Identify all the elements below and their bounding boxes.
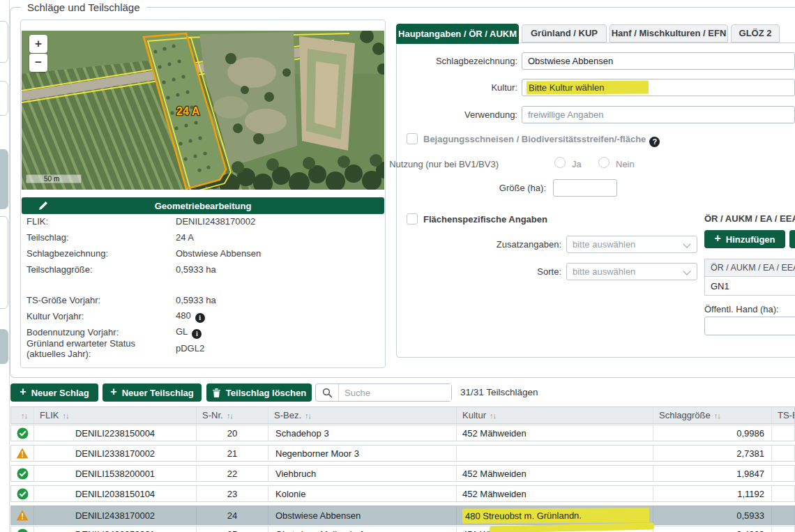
schlagbezeichnung-label: Schlagbezeichnung: (396, 56, 517, 66)
column-header-tsbez[interactable]: TS-Bez. (771, 407, 794, 423)
chevron-down-icon (683, 240, 690, 248)
nutzung-nein-radio[interactable] (598, 157, 610, 168)
cell-schlaggroesse: 0,5933 (653, 506, 771, 524)
cell-sbez: Obstwiese Mellendorf (268, 526, 456, 532)
status-ok-icon (17, 488, 29, 500)
status-warning-icon (16, 448, 29, 459)
hinzufuegen-button[interactable]: + Hinzufügen (704, 230, 785, 248)
info-value: 0,5933 ha (176, 264, 381, 275)
sort-icon: ↑↓ (227, 411, 233, 420)
kultur-highlighted-value: Bitte Kultur wählen (527, 81, 649, 95)
neuer-schlag-button[interactable]: + Neuer Schlag (10, 383, 98, 402)
nutzung-ja-radio[interactable] (554, 157, 566, 168)
neuer-teilschlag-button[interactable]: + Neuer Teilschlag (103, 383, 202, 402)
sort-icon: ↑↓ (490, 411, 496, 420)
oer-list-header[interactable]: ÖR / AUKM / EA / EEA (704, 259, 795, 277)
column-header-flik[interactable]: FLIK↑↓ (33, 407, 196, 423)
cell-tsbez (771, 526, 794, 532)
map-aerial-image[interactable]: 24 A 50 m (22, 31, 384, 190)
sidebar-fragment (0, 329, 8, 364)
status-ok-icon (17, 427, 29, 439)
table-row[interactable]: DENILI2408250001 25 Obstwiese Mellendorf… (10, 526, 795, 532)
kultur-label: Kultur: (396, 82, 517, 93)
tab-hauptangaben[interactable]: Hauptangaben / ÖR / AUKM (396, 24, 519, 44)
sorte-select[interactable]: bitte auswählen (566, 263, 697, 280)
column-header-snr[interactable]: S-Nr.↑↓ (196, 407, 268, 423)
info-circle-icon[interactable]: i (195, 313, 205, 323)
verwendung-label: Verwendung: (396, 109, 517, 120)
info-value: pDGL2 (176, 343, 381, 354)
cell-kultur: 452 Mähweiden (456, 466, 653, 481)
info-label: TS-Größe Vorjahr: (22, 295, 176, 305)
info-value: Obstwiese Abbensen (176, 248, 381, 259)
cell-kultur: 452 Mähweiden (456, 425, 653, 441)
verwendung-input[interactable] (522, 106, 795, 123)
cell-snr: 21 (196, 446, 268, 461)
pencil-icon (38, 201, 48, 211)
status-ok-icon (17, 468, 29, 480)
column-header-kultur[interactable]: Kultur↑↓ (456, 407, 653, 423)
cell-kultur (456, 446, 653, 461)
info-value: GL (176, 326, 188, 337)
table-row[interactable]: DENILI2238150004 20 Schadehop 3 452 Mähw… (10, 425, 795, 441)
sidebar-fragment (0, 216, 8, 309)
sidebar-fragment (0, 149, 8, 209)
cell-sbez: Obstwiese Abbensen (268, 506, 456, 524)
zusatzangaben-placeholder: bitte auswählen (573, 239, 635, 250)
sidebar-fragment (0, 81, 8, 116)
plus-icon: + (20, 386, 26, 397)
schlaege-app: Schläge und Teilschläge (0, 0, 795, 532)
oer-list-item[interactable]: GN1 (704, 277, 795, 296)
tab-hanf-mischkulturen[interactable]: Hanf / Mischkulturen / EFN (610, 24, 728, 43)
geometry-edit-button[interactable]: Geometriebearbeitung (22, 197, 384, 214)
zusatzangaben-label: Zusatzangaben: (439, 239, 561, 250)
cell-tsbez (771, 506, 794, 524)
table-row[interactable]: DENILI2038150104 23 Kolonie 452 Mähweide… (10, 485, 795, 502)
flaechenspezifisch-checkbox[interactable] (407, 213, 418, 225)
map-zoom-in-button[interactable]: + (29, 35, 47, 53)
kultur-highlight: 480 Streuobst m. Grünlandn. (462, 508, 649, 523)
cell-sbez: Viehbruch (268, 466, 456, 481)
bejagung-checkbox[interactable] (407, 133, 418, 144)
cell-schlaggroesse: 1,1192 (653, 486, 771, 501)
info-row: Grünland erwarteter Status (aktuelles Ja… (22, 340, 381, 356)
map-zoom-out-button[interactable]: − (29, 54, 47, 72)
cell-tsbez (771, 446, 794, 461)
search-input[interactable] (339, 384, 451, 401)
tab-gruenland-kup[interactable]: Grünland / KUP (522, 24, 607, 43)
zusatzangaben-select[interactable]: bitte auswählen (566, 236, 697, 253)
sidebar-fragment (0, 21, 8, 63)
column-header-schlaggroesse[interactable]: Schlaggröße↑↓ (653, 407, 771, 423)
sort-icon: ↑↓ (714, 411, 720, 420)
nutzung-label: Nutzung (nur bei BV1/BV3) (349, 159, 499, 169)
info-label: Schlagbezeichnung: (22, 248, 176, 259)
sorte-label: Sorte: (439, 266, 561, 277)
cell-flik: DENILI1538200001 (33, 466, 196, 481)
tab-gloez2[interactable]: GLÖZ 2 (731, 24, 780, 43)
column-header-sbez[interactable]: S-Bez.↑↓ (268, 407, 456, 423)
schlagbezeichnung-input[interactable] (522, 52, 795, 70)
plus-icon: + (110, 386, 116, 397)
table-row-selected[interactable]: DENILI2438170002 24 Obstwiese Abbensen 4… (10, 506, 795, 525)
sort-icon: ↑↓ (305, 411, 311, 420)
column-header-status[interactable]: ↑↓ (11, 407, 33, 423)
info-circle-icon[interactable]: i (192, 329, 202, 339)
oeffentl-hand-input[interactable] (704, 317, 795, 335)
bejagung-label: Bejagungsschneisen / Biodiversitätsstrei… (423, 134, 646, 144)
map-view[interactable]: 24 A 50 m (22, 31, 384, 190)
teilschlag-count: 31/31 Teilschlägen (460, 383, 538, 402)
kultur-input[interactable]: Bitte Kultur wählen (522, 79, 795, 96)
help-icon[interactable]: ? (649, 137, 660, 147)
sort-icon: ↑↓ (62, 411, 68, 420)
cell-snr: 25 (196, 526, 268, 532)
info-label: Bodennutzung Vorjahr: (22, 327, 176, 337)
plus-icon: + (714, 233, 720, 244)
neuer-teilschlag-label: Neuer Teilschlag (122, 388, 194, 398)
clipped-action-button[interactable] (789, 230, 795, 248)
table-row[interactable]: DENILI2338170002 21 Negenborner Moor 3 2… (10, 445, 795, 462)
parcel-label: 24 A (176, 105, 200, 117)
teilschlag-loeschen-button[interactable]: Teilschlag löschen (206, 383, 312, 402)
parcel-info-list: FLIK:DENILI2438170002 Teilschlag:24 A Sc… (22, 213, 381, 356)
table-row[interactable]: DENILI1538200001 22 Viehbruch 452 Mähwei… (10, 465, 795, 482)
groesse-input[interactable] (553, 179, 617, 197)
